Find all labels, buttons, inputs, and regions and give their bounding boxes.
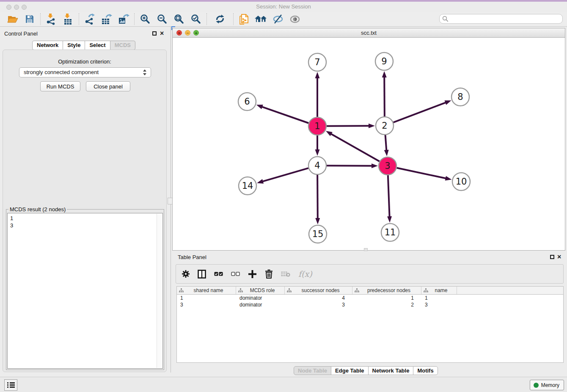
show-columns-icon[interactable] [198, 267, 206, 281]
tab-select[interactable]: Select [85, 41, 110, 50]
column-header-MCDS-role[interactable]: MCDS role [236, 287, 285, 294]
table-body: 1dominator4113dominator323 [177, 295, 563, 308]
graph-edge-1-6[interactable] [261, 107, 308, 123]
search-box [439, 14, 563, 24]
network-window-titlebar[interactable]: scc.txt [173, 28, 565, 38]
toolbar-separator [79, 13, 79, 25]
graph-edge-3-1[interactable] [330, 134, 380, 161]
graph-arrowhead [382, 71, 387, 77]
graph-edge-3-11[interactable] [388, 175, 390, 217]
graph-node-label-2: 2 [382, 121, 387, 131]
table-panel-float-icon[interactable] [550, 255, 554, 259]
hide-selected-icon[interactable] [270, 13, 286, 25]
show-selected-icon[interactable] [286, 13, 303, 25]
graph-edge-4-15[interactable] [317, 175, 318, 219]
dropdown-stepper-icon [143, 69, 147, 75]
graph-arrowhead [315, 149, 320, 156]
export-image-icon[interactable] [115, 13, 132, 25]
network-file-icon[interactable] [236, 13, 253, 25]
export-table-icon[interactable] [98, 13, 115, 25]
column-header-predecessor-nodes[interactable]: predecessor nodes [352, 287, 421, 294]
table-tab-edge-table[interactable]: Edge Table [331, 366, 368, 375]
criterion-dropdown[interactable]: strongly connected component [19, 67, 151, 77]
graph-edge-3-10[interactable] [397, 168, 446, 179]
function-builder-icon[interactable]: f(x) [298, 267, 312, 281]
control-panel-close-icon[interactable]: × [160, 31, 164, 36]
close-panel-button[interactable]: Close panel [86, 81, 130, 91]
result-scrollbar[interactable] [157, 214, 162, 368]
add-column-icon[interactable] [248, 267, 257, 281]
control-panel-float-icon[interactable] [152, 31, 157, 36]
table-settings-gear-icon[interactable] [182, 267, 190, 281]
table-tab-network-table[interactable]: Network Table [368, 366, 414, 375]
horizontal-splitter-handle[interactable] [364, 248, 368, 251]
graph-node-label-15: 15 [312, 229, 324, 239]
deselect-all-icon[interactable] [231, 267, 240, 281]
toolbar-separator [206, 13, 207, 25]
open-file-icon[interactable] [4, 13, 21, 25]
graph-edge-2-3[interactable] [385, 135, 387, 151]
graph-arrowhead [257, 179, 264, 184]
zoom-selected-icon[interactable] [187, 13, 204, 25]
run-mcds-button[interactable]: Run MCDS [40, 81, 80, 91]
cell-predecessor-nodes: 1 [352, 295, 421, 301]
save-session-icon[interactable] [21, 13, 38, 25]
toolbar-separator [134, 13, 135, 25]
graph-edge-1-2[interactable] [327, 126, 369, 126]
network-graph[interactable]: 7968124314101511 [173, 38, 565, 250]
cell-successor-nodes: 4 [285, 295, 352, 301]
graph-arrowhead [326, 131, 333, 136]
delete-table-icon[interactable] [281, 267, 290, 281]
zoom-fit-icon[interactable] [171, 13, 187, 25]
select-all-icon[interactable] [214, 267, 223, 281]
column-header-successor-nodes[interactable]: successor nodes [285, 287, 352, 294]
graph-arrowhead [369, 124, 375, 128]
task-history-button[interactable] [4, 379, 17, 391]
cell-predecessor-nodes: 2 [352, 301, 421, 308]
table-row[interactable]: 3dominator323 [177, 301, 563, 308]
graph-arrowhead [315, 72, 320, 78]
graph-arrowhead [372, 163, 378, 168]
graph-node-label-8: 8 [457, 92, 463, 102]
mcds-result-lines: 13 [8, 213, 162, 229]
search-input[interactable] [439, 14, 563, 24]
graph-edge-2-9[interactable] [384, 77, 385, 116]
status-bar: Memory [0, 377, 567, 392]
delete-column-trash-icon[interactable] [265, 267, 273, 281]
mcds-panel: Optimization criterion: strongly connect… [3, 50, 167, 372]
control-panel-title: Control Panel [4, 30, 38, 37]
tab-network[interactable]: Network [32, 41, 63, 50]
mcds-result-textarea[interactable]: 13 [7, 213, 163, 369]
tab-style[interactable]: Style [63, 41, 85, 50]
apply-layout-icon[interactable] [212, 13, 228, 25]
graph-edge-2-8[interactable] [394, 102, 446, 122]
list-icon [7, 382, 15, 388]
mcds-result-line: 1 [10, 215, 162, 222]
graph-edge-4-14[interactable] [262, 168, 308, 182]
network-window-title: scc.txt [173, 28, 565, 37]
import-table-icon[interactable] [60, 13, 77, 25]
table-tab-node-table[interactable]: Node Table [294, 366, 331, 375]
import-network-icon[interactable] [43, 13, 60, 25]
column-header-shared-name[interactable]: shared name [177, 287, 236, 294]
zoom-in-icon[interactable] [137, 13, 154, 25]
mcds-result-box: MCDS result (2 nodes) 13 [6, 209, 164, 370]
graph-node-label-4: 4 [314, 160, 320, 171]
table-row[interactable]: 1dominator411 [177, 295, 563, 301]
zoom-out-icon[interactable] [154, 13, 171, 25]
home-icon[interactable] [253, 13, 270, 25]
optimization-criterion-label: Optimization criterion: [3, 58, 166, 65]
column-header-name[interactable]: name [421, 287, 457, 294]
toolbar-separator [233, 13, 234, 25]
memory-status-icon [534, 383, 539, 388]
export-network-icon[interactable] [81, 13, 98, 25]
graph-edge-4-3[interactable] [327, 166, 372, 166]
table-toolbar: f(x) [176, 264, 564, 284]
table-tab-motifs[interactable]: Motifs [413, 366, 438, 375]
cell-shared-name: 1 [177, 295, 236, 301]
tab-mcds[interactable]: MCDS [110, 41, 135, 50]
table-panel-close-icon[interactable]: × [557, 254, 561, 259]
memory-button[interactable]: Memory [530, 380, 564, 390]
graph-node-label-11: 11 [385, 227, 396, 237]
network-canvas[interactable]: 7968124314101511 [173, 38, 565, 250]
